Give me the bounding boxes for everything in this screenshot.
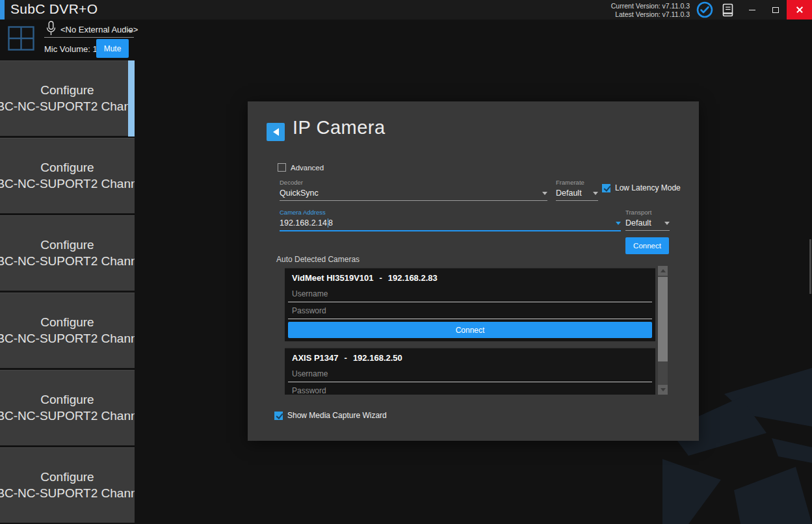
framerate-value: Default — [556, 189, 582, 198]
checkbox-unchecked-icon — [278, 163, 286, 172]
tile-line2: UBC-NC-SUPORT2 Channel — [0, 176, 135, 192]
sidebar-scrollbar-thumb[interactable] — [128, 60, 135, 137]
title-separator: - — [345, 353, 347, 363]
transport-label: Transport — [625, 209, 670, 216]
mic-volume-label: Mic Volume: 10 — [44, 44, 102, 54]
camera-card: AXIS P1347 - 192.168.2.50 — [285, 348, 655, 395]
auto-detected-camera-list: VidMeet HI3519V101 - 192.168.2.83 Connec… — [285, 266, 655, 395]
page-scrollbar[interactable] — [809, 239, 811, 294]
close-button[interactable] — [787, 0, 812, 20]
password-input[interactable] — [288, 382, 652, 395]
tile-line2: UBC-NC-SUPORT2 Channel — [0, 408, 135, 424]
camera-connect-button[interactable]: Connect — [288, 322, 652, 338]
decoder-label: Decoder — [280, 179, 547, 186]
maximize-button[interactable] — [765, 0, 786, 20]
scrollbar-thumb[interactable] — [658, 277, 668, 361]
channel-tile[interactable]: Configure UBC-NC-SUPORT2 Channel — [0, 447, 135, 523]
maximize-icon — [772, 7, 779, 13]
current-version: Current Version: v7.11.0.3 — [611, 2, 690, 10]
camera-model: AXIS P1347 — [292, 353, 339, 363]
channel-tile[interactable]: Configure UBC-NC-SUPORT2 Channel — [0, 60, 135, 136]
connect-button[interactable]: Connect — [625, 237, 669, 254]
channel-tile[interactable]: Configure UBC-NC-SUPORT2 Channel — [0, 215, 135, 291]
tile-line1: Configure — [40, 392, 94, 408]
channel-tile[interactable]: Configure UBC-NC-SUPORT2 Channel — [0, 370, 135, 445]
title-bar: SubC DVR+O Current Version: v7.11.0.3 La… — [0, 0, 812, 20]
app-title: SubC DVR+O — [10, 1, 98, 17]
audio-device-select[interactable]: <No External Audio> — [60, 25, 138, 34]
chevron-down-icon[interactable] — [593, 192, 598, 195]
camera-address-value: 192.168.2.148 — [280, 218, 333, 228]
chevron-down-icon[interactable] — [616, 222, 621, 225]
tile-line2: UBC-NC-SUPORT2 Channel — [0, 331, 135, 347]
channel-tile[interactable]: Configure UBC-NC-SUPORT2 Channel — [0, 293, 135, 368]
advanced-label: Advanced — [291, 164, 324, 172]
chevron-down-icon[interactable] — [542, 192, 547, 195]
camera-ip: 192.168.2.50 — [353, 353, 402, 363]
close-icon — [796, 6, 804, 14]
transport-dropdown[interactable]: Transport Default — [625, 209, 670, 231]
layout-grid-icon[interactable] — [8, 26, 34, 53]
camera-card: VidMeet HI3519V101 - 192.168.2.83 Connec… — [285, 268, 655, 341]
framerate-label: Framerate — [556, 179, 598, 186]
framerate-dropdown[interactable]: Framerate Default — [556, 179, 598, 201]
camera-address-label: Camera Address — [280, 209, 621, 216]
minimize-icon — [749, 10, 755, 10]
channel-sidebar: Configure UBC-NC-SUPORT2 Channel Configu… — [0, 60, 135, 524]
tile-line1: Configure — [40, 160, 94, 176]
camera-ip: 192.168.2.83 — [388, 273, 438, 283]
camera-address-input[interactable]: Camera Address 192.168.2.148 — [280, 209, 621, 231]
password-field-wrap — [288, 382, 652, 395]
username-field-wrap — [288, 365, 652, 382]
advanced-checkbox[interactable]: Advanced — [278, 163, 324, 172]
arrow-down-icon — [661, 388, 666, 391]
username-input[interactable] — [288, 285, 652, 302]
back-arrow-icon — [273, 128, 279, 136]
title-separator: - — [380, 273, 382, 283]
channel-tile[interactable]: Configure UBC-NC-SUPORT2 Channel — [0, 138, 135, 213]
log-book-icon[interactable] — [718, 0, 737, 20]
show-wizard-label: Show Media Capture Wizard — [287, 411, 387, 420]
chevron-down-icon[interactable] — [127, 30, 133, 33]
update-check-icon[interactable] — [694, 0, 715, 20]
version-info: Current Version: v7.11.0.3 Latest Versio… — [611, 2, 690, 19]
username-input[interactable] — [288, 365, 652, 382]
minimize-button[interactable] — [741, 0, 763, 20]
tile-line2: UBC-NC-SUPORT2 Channel — [0, 99, 135, 114]
auto-detected-cameras-label: Auto Detected Cameras — [276, 255, 360, 264]
checkbox-checked-icon — [602, 184, 610, 192]
mute-button[interactable]: Mute — [96, 39, 129, 58]
camera-list-scrollbar[interactable] — [658, 266, 668, 395]
username-field-wrap — [288, 285, 652, 302]
tile-line1: Configure — [40, 469, 94, 485]
password-input[interactable] — [288, 302, 652, 319]
camera-model: VidMeet HI3519V101 — [292, 273, 374, 283]
dialog-title: IP Camera — [293, 117, 386, 138]
checkbox-checked-icon — [274, 412, 283, 420]
password-field-wrap — [288, 302, 652, 319]
audio-device-underline — [44, 37, 134, 38]
latest-version: Latest Version: v7.11.0.3 — [611, 10, 690, 19]
decoder-dropdown[interactable]: Decoder QuickSync — [280, 179, 547, 201]
back-button[interactable] — [267, 123, 285, 141]
chevron-down-icon[interactable] — [664, 222, 670, 225]
tile-line2: UBC-NC-SUPORT2 Channel — [0, 254, 135, 269]
transport-value: Default — [625, 218, 651, 228]
scroll-up-button[interactable] — [658, 266, 668, 276]
tile-line2: UBC-NC-SUPORT2 Channel — [0, 486, 135, 501]
decoder-value: QuickSync — [280, 189, 319, 198]
camera-card-title: AXIS P1347 - 192.168.2.50 — [285, 348, 655, 365]
show-wizard-checkbox[interactable]: Show Media Capture Wizard — [274, 411, 387, 420]
titlebar-accent — [0, 0, 5, 20]
scroll-down-button[interactable] — [658, 385, 668, 395]
microphone-icon — [46, 21, 57, 39]
low-latency-checkbox[interactable]: Low Latency Mode — [602, 183, 681, 192]
arrow-up-icon — [661, 269, 666, 272]
tile-line1: Configure — [40, 237, 94, 253]
low-latency-label: Low Latency Mode — [615, 183, 681, 192]
tile-line1: Configure — [40, 315, 94, 330]
ip-camera-dialog: IP Camera Advanced Decoder QuickSync Fra… — [248, 101, 699, 441]
camera-card-title: VidMeet HI3519V101 - 192.168.2.83 — [285, 269, 655, 285]
tile-line1: Configure — [40, 83, 94, 98]
